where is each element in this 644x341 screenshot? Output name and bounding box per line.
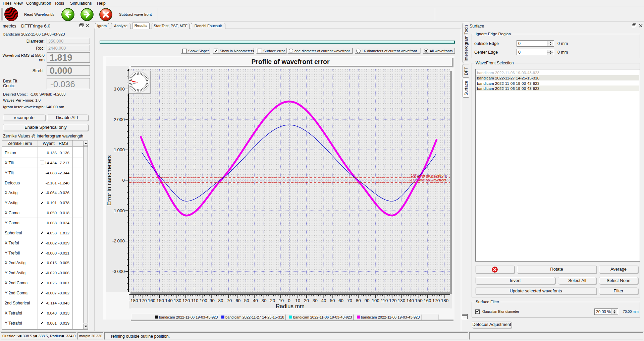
svg-text:130: 130: [398, 298, 406, 303]
svg-text:-150: -150: [155, 298, 164, 303]
svg-text:140: 140: [407, 298, 414, 303]
svg-text:-1 000: -1 000: [112, 208, 125, 213]
svg-text:-2 000: -2 000: [112, 238, 125, 243]
svg-text:-30: -30: [260, 298, 267, 303]
svg-text:40: 40: [321, 298, 326, 303]
svg-text:-60: -60: [234, 298, 241, 303]
svg-text:30: 30: [313, 298, 318, 303]
svg-text:bandicam 2022-11-06 19-03-43-9: bandicam 2022-11-06 19-03-43-923: [361, 315, 420, 319]
svg-text:-70: -70: [225, 298, 232, 303]
svg-text:-80: -80: [217, 298, 223, 303]
svg-text:-90: -90: [208, 298, 215, 303]
svg-text:90: 90: [364, 298, 369, 303]
svg-text:70: 70: [347, 298, 352, 303]
svg-text:-180: -180: [129, 298, 138, 303]
svg-text:110: 110: [381, 298, 388, 303]
svg-text:-170: -170: [138, 298, 147, 303]
svg-text:100: 100: [372, 298, 379, 303]
svg-text:1 000: 1 000: [114, 147, 125, 152]
svg-text:Radius mm: Radius mm: [276, 303, 305, 309]
svg-text:-10: -10: [277, 298, 284, 303]
svg-text:Error in nanometers: Error in nanometers: [106, 155, 112, 206]
svg-text:-130: -130: [172, 298, 181, 303]
svg-text:-100: -100: [198, 298, 207, 303]
svg-text:20: 20: [304, 298, 309, 303]
svg-text:160: 160: [424, 298, 431, 303]
svg-text:bandicam 2022-11-27 14-25-15-3: bandicam 2022-11-27 14-25-15-318: [225, 315, 284, 319]
svg-text:120: 120: [389, 298, 397, 303]
svg-text:50: 50: [330, 298, 335, 303]
svg-text:bandicam 2022-11-06 19-03-43-9: bandicam 2022-11-06 19-03-43-923: [293, 315, 352, 319]
svg-text:170: 170: [432, 298, 440, 303]
svg-text:Profile of wavefront error: Profile of wavefront error: [252, 58, 330, 65]
svg-text:2 000: 2 000: [114, 117, 125, 122]
svg-text:60: 60: [338, 298, 343, 303]
svg-text:-20: -20: [269, 298, 275, 303]
svg-text:-1/8 wave on wavefront: -1/8 wave on wavefront: [410, 178, 446, 182]
svg-text:150: 150: [415, 298, 423, 303]
svg-text:-40: -40: [251, 298, 258, 303]
svg-text:y = 0: y = 0: [440, 175, 447, 178]
svg-text:80: 80: [356, 298, 361, 303]
svg-text:0: 0: [288, 298, 290, 303]
svg-text:bandicam 2022-11-06 19-03-43-9: bandicam 2022-11-06 19-03-43-923: [159, 315, 218, 319]
svg-text:-120: -120: [181, 298, 190, 303]
svg-text:0: 0: [122, 178, 125, 183]
svg-text:-110: -110: [190, 298, 198, 303]
svg-text:-160: -160: [146, 298, 155, 303]
svg-text:180: 180: [441, 298, 449, 303]
svg-text:-140: -140: [164, 298, 173, 303]
svg-text:-3 000: -3 000: [112, 269, 125, 274]
svg-text:10: 10: [295, 298, 300, 303]
svg-text:-50: -50: [243, 298, 249, 303]
svg-text:3 000: 3 000: [114, 87, 125, 92]
